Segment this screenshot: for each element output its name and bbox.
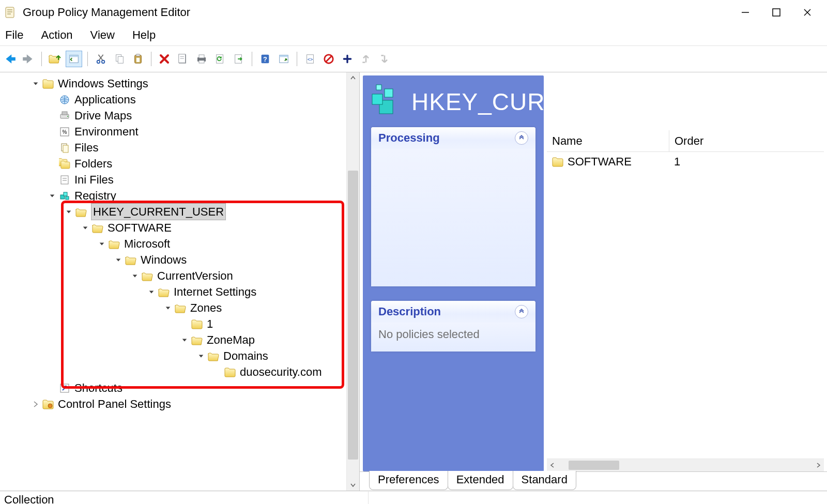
chevron-down-icon[interactable]	[163, 303, 173, 313]
tree-item-domains[interactable]: Domains	[0, 348, 346, 364]
tree-pane: Windows Settings Applications Drive Maps…	[0, 72, 360, 491]
show-pane-button[interactable]	[66, 51, 82, 67]
chevron-down-icon[interactable]	[130, 271, 140, 281]
tab-extended[interactable]: Extended	[448, 471, 513, 490]
shortcut-icon	[59, 383, 70, 394]
chevron-down-icon[interactable]	[97, 239, 106, 249]
toolbar-separator	[297, 52, 297, 66]
close-button[interactable]	[792, 2, 823, 23]
tree-item-duosecurity[interactable]: duosecurity.com	[0, 364, 346, 380]
tree-scrollbar[interactable]	[346, 72, 359, 491]
folder-up-button[interactable]	[47, 51, 63, 67]
tab-standard[interactable]: Standard	[513, 471, 576, 490]
scroll-up-icon[interactable]	[347, 72, 359, 84]
chevron-down-icon[interactable]	[81, 223, 90, 233]
column-name[interactable]: Name	[547, 130, 669, 152]
details-button[interactable]	[276, 51, 292, 67]
menu-help[interactable]: Help	[131, 26, 157, 44]
help-button[interactable]: ?	[257, 51, 273, 67]
chevron-down-icon[interactable]	[180, 335, 189, 345]
environment-icon: %	[59, 126, 70, 138]
back-button[interactable]	[2, 51, 18, 67]
chevron-down-icon[interactable]	[196, 352, 206, 361]
list-hscroll[interactable]	[547, 459, 824, 471]
scroll-thumb[interactable]	[348, 171, 358, 459]
tree-view[interactable]: Windows Settings Applications Drive Maps…	[0, 72, 346, 491]
detail-title: HKEY_CURRENT_USER	[411, 88, 694, 116]
scroll-left-icon[interactable]	[547, 459, 558, 471]
paste-button[interactable]	[130, 51, 146, 67]
print-button[interactable]	[194, 51, 209, 67]
maximize-button[interactable]	[761, 2, 792, 23]
folder-open-icon	[142, 270, 153, 282]
column-order[interactable]: Order	[669, 130, 824, 152]
export-button[interactable]	[231, 51, 247, 67]
scroll-track[interactable]	[558, 459, 813, 471]
tree-item-internet-settings[interactable]: Internet Settings	[0, 284, 346, 300]
tree-item-applications[interactable]: Applications	[0, 91, 346, 108]
list-view[interactable]: Name Order SOFTWARE 1	[547, 130, 824, 471]
move-up-button[interactable]	[358, 51, 374, 67]
tree-item-zones[interactable]: Zones	[0, 300, 346, 316]
svg-rect-9	[773, 9, 780, 16]
folder-open-icon	[158, 286, 170, 298]
cut-button[interactable]	[93, 51, 109, 67]
scroll-track[interactable]	[347, 84, 359, 479]
tree-item-hkcu[interactable]: HKEY_CURRENT_USER	[0, 204, 346, 220]
tree-item-windows-settings[interactable]: Windows Settings	[0, 75, 346, 91]
folder-icon	[224, 366, 236, 378]
minimize-button[interactable]	[730, 2, 761, 23]
delete-button[interactable]	[157, 51, 172, 67]
chevron-right-icon[interactable]	[31, 400, 40, 409]
toolbar-separator	[87, 52, 88, 66]
tree-item-files[interactable]: Files	[0, 140, 346, 156]
svg-rect-35	[280, 55, 288, 57]
stop-button[interactable]	[321, 51, 336, 67]
chevron-down-icon[interactable]	[64, 207, 73, 217]
tree-item-drive-maps[interactable]: Drive Maps	[0, 108, 346, 124]
forward-button[interactable]	[21, 51, 36, 67]
menu-view[interactable]: View	[89, 26, 116, 44]
code-sheet-button[interactable]: <>	[302, 51, 318, 67]
chevron-down-icon[interactable]	[147, 287, 156, 297]
chevron-down-icon[interactable]	[114, 255, 123, 265]
tree-item-shortcuts[interactable]: Shortcuts	[0, 380, 346, 396]
tab-preferences[interactable]: Preferences	[369, 471, 448, 490]
toolbar-separator	[41, 52, 42, 66]
svg-rect-48	[61, 176, 68, 184]
move-down-button[interactable]	[377, 51, 392, 67]
tree-item-environment[interactable]: % Environment	[0, 124, 346, 140]
tree-item-microsoft[interactable]: Microsoft	[0, 236, 346, 252]
tree-item-currentversion[interactable]: CurrentVersion	[0, 268, 346, 284]
scroll-right-icon[interactable]	[813, 459, 824, 471]
menu-file[interactable]: File	[4, 26, 24, 44]
collapse-button[interactable]	[515, 305, 528, 318]
tree-item-folders[interactable]: Folders	[0, 156, 346, 172]
menu-action[interactable]: Action	[40, 26, 73, 44]
folder-icon	[552, 156, 563, 167]
tab-strip: Preferences Extended Standard	[360, 471, 827, 491]
tree-item-windows[interactable]: Windows	[0, 252, 346, 268]
collapse-button[interactable]	[515, 131, 528, 145]
folder-open-icon	[75, 206, 87, 218]
detail-banner: HKEY_CURRENT_USER	[369, 84, 535, 120]
tree-item-ini-files[interactable]: Ini Files	[0, 172, 346, 188]
chevron-down-icon[interactable]	[48, 191, 57, 201]
list-row[interactable]: SOFTWARE 1	[547, 152, 824, 172]
tree-item-zone-1[interactable]: 1	[0, 316, 346, 332]
scroll-thumb[interactable]	[569, 461, 619, 470]
properties-button[interactable]	[175, 51, 191, 67]
tree-item-registry[interactable]: Registry	[0, 188, 346, 204]
tree-label: Files	[74, 140, 98, 156]
chevron-down-icon[interactable]	[31, 79, 40, 88]
detail-pane: HKEY_CURRENT_USER Processing Description	[360, 72, 827, 491]
tree-item-software[interactable]: SOFTWARE	[0, 220, 346, 236]
tree-label: Zones	[190, 300, 222, 316]
cell-order: 1	[669, 153, 824, 171]
tree-item-control-panel[interactable]: Control Panel Settings	[0, 396, 346, 412]
tree-item-zonemap[interactable]: ZoneMap	[0, 332, 346, 348]
refresh-button[interactable]	[212, 51, 228, 67]
scroll-down-icon[interactable]	[347, 479, 359, 491]
add-button[interactable]	[340, 51, 355, 67]
copy-button[interactable]	[112, 51, 127, 67]
